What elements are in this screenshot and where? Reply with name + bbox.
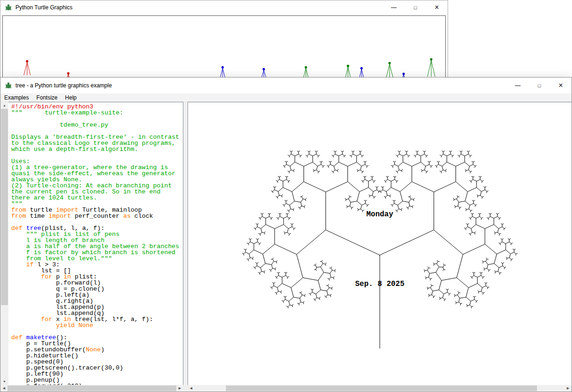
fg-maximize-button[interactable]: □ — [529, 78, 550, 93]
scroll-right-button[interactable]: ▶ — [565, 385, 572, 392]
turtle-app-icon — [5, 4, 12, 11]
fg-window: tree - a Python turtle graphics example … — [0, 77, 572, 392]
menubar: Examples Fontsize Help — [0, 93, 572, 102]
code-text: #!/usr/bin/env python3""" turtle-example… — [11, 104, 183, 385]
scroll-right-button[interactable]: ▶ — [176, 385, 183, 392]
code-hscroll-thumb[interactable] — [7, 385, 176, 391]
bg-minimize-button[interactable]: — — [383, 0, 405, 14]
scroll-left-button[interactable]: ◀ — [0, 385, 7, 392]
scroll-up-button[interactable]: ▲ — [0, 102, 8, 109]
bg-window-title: Python Turtle Graphics — [15, 4, 72, 11]
turtle-app-icon — [5, 82, 12, 89]
date-label: Sep. 8 2025 — [355, 280, 405, 288]
menu-item-help[interactable]: Help — [61, 94, 80, 101]
scroll-down-button[interactable]: ▼ — [0, 378, 8, 385]
bg-maximize-button[interactable]: □ — [405, 0, 426, 14]
fg-window-title: tree - a Python turtle graphics example — [15, 82, 112, 89]
canvas-horizontal-scrollbar[interactable]: ◀ ▶ — [188, 385, 572, 392]
canvas-hscroll-thumb[interactable] — [226, 385, 537, 391]
bg-window-titlebar[interactable]: Python Turtle Graphics — □ × — [0, 0, 448, 14]
fg-window-titlebar[interactable]: tree - a Python turtle graphics example … — [0, 78, 572, 93]
fg-close-button[interactable]: × — [550, 78, 572, 93]
menu-item-examples[interactable]: Examples — [0, 94, 33, 101]
turtle-canvas[interactable]: Monday Sep. 8 2025 — [188, 102, 572, 385]
pane-sash[interactable] — [183, 102, 188, 385]
scrollbar-gap — [183, 385, 188, 392]
tree-drawing — [188, 102, 572, 385]
code-viewer[interactable]: #!/usr/bin/env python3""" turtle-example… — [8, 102, 183, 385]
vertical-scroll-thumb[interactable] — [1, 109, 8, 305]
weekday-label: Monday — [366, 210, 393, 219]
code-horizontal-scrollbar[interactable]: ◀ ▶ — [0, 385, 183, 392]
fg-minimize-button[interactable]: — — [507, 78, 529, 93]
code-vertical-scrollbar[interactable]: ▲ ▼ — [0, 102, 8, 385]
bg-close-button[interactable]: × — [426, 0, 448, 14]
scroll-left-button[interactable]: ◀ — [188, 385, 195, 392]
menu-item-fontsize[interactable]: Fontsize — [33, 94, 61, 101]
